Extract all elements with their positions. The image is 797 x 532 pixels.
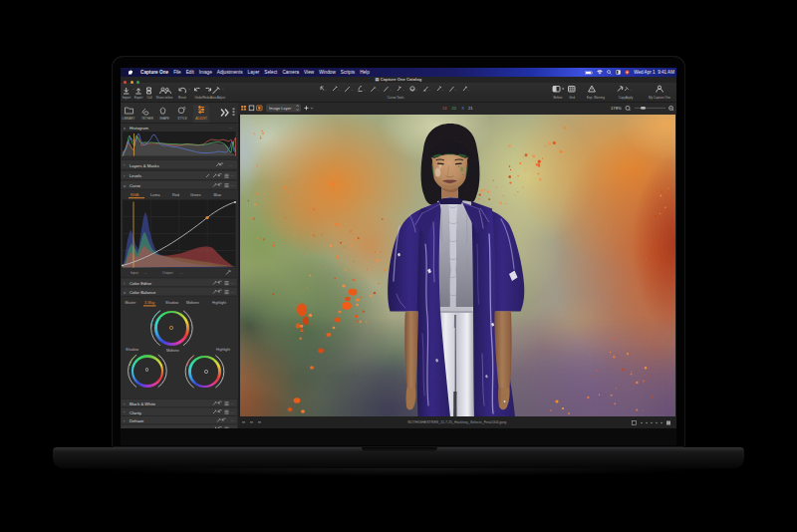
svg-text:My Capture One: My Capture One [649,96,670,100]
svg-text:ADJUST: ADJUST [195,117,207,121]
svg-text:Output:: Output: [162,271,173,275]
svg-text:Undo/Redo: Undo/Redo [194,96,210,100]
svg-text:⋯: ⋯ [231,184,235,188]
svg-text:Cull: Cull [146,96,152,100]
svg-text:Midtone: Midtone [186,301,199,305]
svg-text:--: -- [144,271,146,275]
svg-text:Input:: Input: [131,271,139,275]
svg-text:Black & White: Black & White [130,401,156,406]
svg-text:Highlight: Highlight [212,301,226,305]
svg-text:⋯: ⋯ [231,174,235,178]
svg-text:Histogram: Histogram [130,126,149,131]
svg-text:Highlight: Highlight [216,348,230,352]
svg-text:⌄: ⌄ [364,89,366,92]
svg-text:›: › [124,174,125,178]
svg-text:Red: Red [172,193,179,197]
svg-text:⌄: ⌄ [390,89,392,92]
svg-text:STYLE: STYLE [177,117,187,121]
svg-text:Vignetting: Vignetting [130,427,148,429]
svg-text:Blue: Blue [214,193,222,197]
svg-text:Curve: Curve [130,183,141,188]
svg-text:Image Layer: Image Layer [269,106,292,111]
svg-text:›: › [124,419,125,423]
svg-text:⌄: ⌄ [415,89,417,92]
svg-text:Grid: Grid [569,96,575,100]
svg-text:Export: Export [134,96,143,100]
svg-text:--: -- [180,271,182,275]
svg-text:Import: Import [123,96,132,100]
svg-text:⌄: ⌄ [188,87,191,91]
svg-text:Before: Before [554,96,563,100]
svg-text:⌄: ⌄ [402,89,404,92]
svg-text:›: › [124,282,125,286]
svg-text:Green: Green [190,193,201,197]
svg-text:Cursor Tools: Cursor Tools [388,96,404,100]
svg-text:CopyApply: CopyApply [619,96,634,100]
svg-text:22: 22 [451,106,456,111]
svg-text:›: › [124,402,125,406]
svg-text:˅: ˅ [124,184,126,188]
svg-text:⌄: ⌄ [338,89,340,92]
svg-text:Levels: Levels [130,173,141,178]
svg-text:˅: ˅ [124,291,126,295]
svg-text:⌄: ⌄ [467,89,469,92]
svg-text:⋯: ⋯ [231,411,235,415]
svg-text:3-Way: 3-Way [144,301,154,305]
svg-text:TETHER: TETHER [141,117,154,121]
svg-text:⋯: ⋯ [231,428,235,429]
svg-text:8: 8 [461,106,464,111]
svg-text:21: 21 [468,106,473,111]
svg-text:⌄: ⌄ [325,89,327,92]
svg-text:⌄: ⌄ [428,89,430,92]
svg-text:SHAPE: SHAPE [159,117,169,121]
svg-text:Master: Master [126,301,137,305]
svg-text:Color Balance: Color Balance [130,290,156,295]
svg-text:⌄: ⌄ [454,89,456,92]
svg-text:Shadow: Shadow [126,348,138,352]
svg-text:›: › [124,410,125,414]
svg-text:›: › [124,427,125,428]
svg-text:⌄: ⌄ [222,87,225,91]
svg-text:Reset: Reset [178,96,186,100]
svg-text:Share online: Share online [156,96,173,100]
svg-text:⌄: ⌄ [441,89,443,92]
svg-text:Shadow: Shadow [165,301,178,305]
svg-text:178%: 178% [611,106,622,111]
svg-text:Luma: Luma [150,193,160,197]
svg-text:⋯: ⋯ [231,291,235,295]
svg-text:˅: ˅ [124,127,126,131]
svg-text:›: › [124,163,125,167]
svg-text:⋯: ⋯ [231,402,235,406]
svg-text:Layers & Masks: Layers & Masks [130,163,159,168]
svg-text:24: 24 [442,106,447,111]
svg-text:⌄: ⌄ [377,89,379,92]
svg-text:Midtone: Midtone [166,349,179,353]
svg-text:Exp. Warning: Exp. Warning [587,96,605,100]
svg-text:⋯: ⋯ [229,127,233,131]
svg-text:LIBRARY: LIBRARY [123,117,135,121]
svg-text:RGB: RGB [131,193,139,197]
svg-text:⌄: ⌄ [351,89,353,92]
svg-text:Auto Adjust: Auto Adjust [210,96,225,100]
svg-text:Color Editor: Color Editor [130,281,152,286]
svg-text:⌄: ⌄ [133,87,135,91]
svg-text:⋯: ⋯ [231,282,235,286]
svg-text:Clarity: Clarity [130,410,142,415]
svg-text:⋯: ⋯ [231,419,235,423]
svg-text:⌄: ⌄ [630,89,632,92]
svg-text:⋯: ⋯ [229,164,233,168]
svg-text:Dehaze: Dehaze [130,418,144,423]
